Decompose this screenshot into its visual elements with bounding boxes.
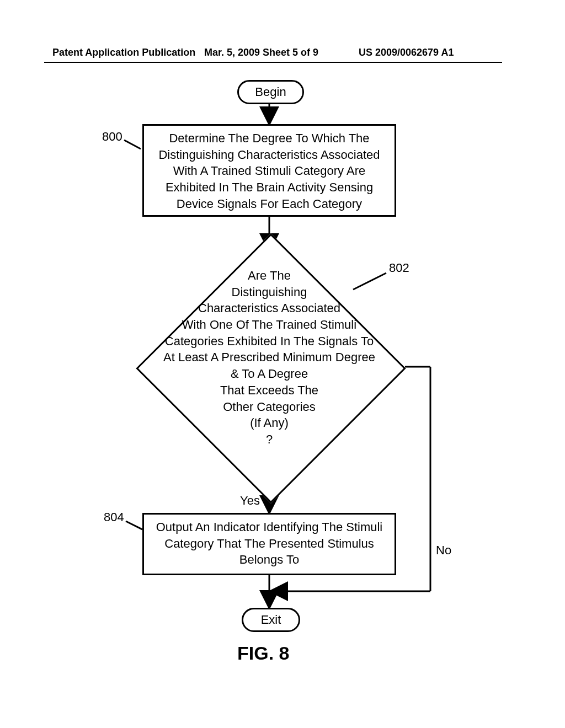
figure-label: FIG. 8	[237, 643, 289, 664]
svg-line-9	[126, 521, 142, 529]
process-804: Output An Indicator Identifying The Stim…	[142, 513, 396, 575]
ref-800: 800	[102, 130, 122, 144]
process-804-text: Output An Indicator Identifying The Stim…	[156, 520, 383, 566]
edge-yes: Yes	[240, 494, 260, 508]
edge-no: No	[436, 543, 451, 558]
exit-terminator: Exit	[242, 608, 300, 632]
begin-terminator: Begin	[237, 80, 304, 104]
exit-label: Exit	[261, 613, 281, 627]
decision-802-text: Are The Distinguishing Characteristics A…	[145, 267, 393, 448]
process-800-text: Determine The Degree To Which The Distin…	[158, 131, 380, 211]
ref-802: 802	[389, 261, 409, 275]
ref-804: 804	[104, 510, 124, 524]
svg-line-7	[124, 140, 141, 149]
begin-label: Begin	[255, 85, 286, 99]
process-800: Determine The Degree To Which The Distin…	[142, 124, 396, 217]
